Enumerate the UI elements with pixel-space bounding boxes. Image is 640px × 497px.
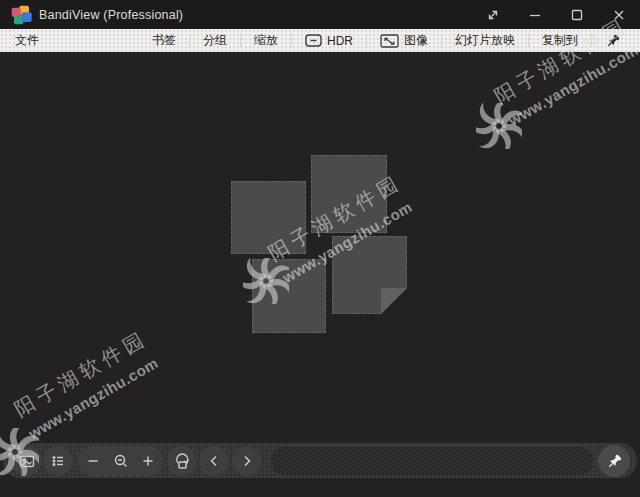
rotate-button[interactable]	[167, 446, 197, 476]
titlebar: BandiView (Professional)	[0, 0, 640, 29]
menu-image-label: 图像	[404, 32, 428, 49]
hdr-toggle-icon	[305, 34, 322, 47]
app-logo-icon	[11, 5, 32, 25]
chevron-left-icon	[207, 454, 221, 468]
placeholder-square	[311, 155, 387, 233]
zoom-in-icon	[141, 454, 155, 468]
menu-item-slideshow[interactable]: 幻灯片放映	[442, 29, 528, 52]
close-button[interactable]	[598, 0, 640, 29]
next-button[interactable]	[232, 446, 262, 476]
menu-item-zoom[interactable]: 缩放	[241, 29, 291, 52]
menubar-pin-button[interactable]	[592, 29, 634, 52]
zoom-control-group	[78, 446, 163, 476]
menu-item-bookmarks[interactable]: 书签	[139, 29, 189, 52]
menu-group-label: 分组	[203, 32, 227, 49]
placeholder-page-fold	[332, 236, 407, 314]
pin-icon	[605, 33, 621, 49]
filmstrip-track[interactable]	[271, 447, 593, 475]
menu-bookmarks-label: 书签	[152, 32, 176, 49]
menubar-right-group: 书签 分组 缩放 HDR 图像	[139, 29, 640, 52]
window-controls	[472, 0, 640, 29]
zoom-out-icon	[86, 454, 100, 468]
menu-item-group[interactable]: 分组	[190, 29, 240, 52]
menu-copy-to-label: 复制到	[542, 32, 578, 49]
placeholder-square	[231, 181, 306, 254]
minimize-button[interactable]	[514, 0, 556, 29]
watermark-line2: www.yangzihu.com	[506, 39, 640, 129]
image-canvas[interactable]: 阳子湖软件园 www.yangzihu.com 阳子湖软件园 www.yangz…	[0, 52, 640, 497]
window-title: BandiView (Professional)	[39, 8, 183, 22]
zoom-out-button[interactable]	[86, 454, 100, 468]
menubar: 文件 书签 分组 缩放 HDR	[0, 29, 640, 52]
chevron-right-icon	[240, 454, 254, 468]
image-view-icon	[19, 454, 36, 469]
fullscreen-icon	[486, 8, 500, 22]
magnifier-minus-icon	[113, 453, 129, 469]
pinwheel-icon	[476, 103, 522, 149]
watermark-text: 阳子湖软件园 www.yangzihu.com	[10, 325, 164, 442]
menu-slideshow-label: 幻灯片放映	[455, 32, 515, 49]
list-icon	[50, 453, 66, 469]
menu-zoom-label: 缩放	[254, 32, 278, 49]
maximize-button[interactable]	[556, 0, 598, 29]
menu-hdr-label: HDR	[327, 34, 353, 48]
bottom-toolbar	[3, 443, 637, 478]
previous-button[interactable]	[199, 446, 229, 476]
placeholder-square	[252, 259, 326, 333]
menu-item-copy-to[interactable]: 复制到	[529, 29, 591, 52]
fullscreen-button[interactable]	[472, 0, 514, 29]
toolbar-pin-button[interactable]	[598, 445, 630, 477]
rotate-icon	[174, 453, 191, 470]
list-button[interactable]	[43, 446, 73, 476]
zoom-reset-button[interactable]	[113, 453, 129, 469]
bandiview-window: BandiView (Professional)	[0, 0, 640, 497]
minimize-icon	[528, 8, 542, 22]
view-mode-button[interactable]	[12, 446, 42, 476]
resize-icon	[380, 34, 399, 48]
close-icon	[612, 8, 626, 22]
pin-icon	[606, 453, 623, 470]
zoom-in-button[interactable]	[141, 454, 155, 468]
menu-item-image[interactable]: 图像	[367, 29, 441, 52]
menu-item-hdr[interactable]: HDR	[292, 29, 366, 52]
menu-file-label: 文件	[15, 32, 39, 49]
menu-item-file[interactable]: 文件	[0, 29, 52, 52]
maximize-icon	[570, 8, 584, 22]
watermark-line2: www.yangzihu.com	[26, 352, 164, 442]
watermark-line1: 阳子湖软件园	[10, 325, 153, 423]
